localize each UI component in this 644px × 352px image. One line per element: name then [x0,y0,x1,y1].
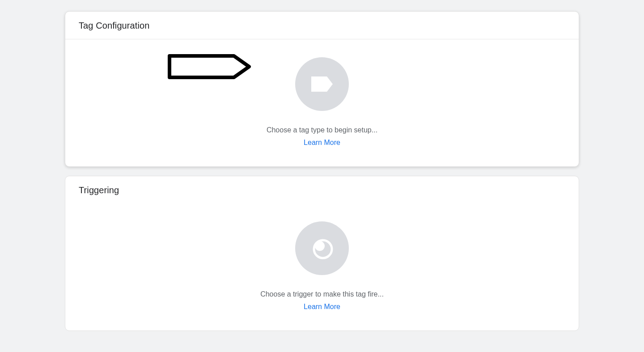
tag-icon [310,76,334,93]
tag-configuration-card[interactable]: Tag Configuration Choose a tag type to b… [65,11,579,167]
trigger-placeholder-disc [295,221,349,275]
triggering-title: Triggering [65,176,579,204]
tag-configuration-title: Tag Configuration [65,12,579,39]
triggering-empty-area: Choose a trigger to make this tag fire..… [65,204,579,331]
svg-point-1 [315,241,325,251]
tag-config-learn-more-link[interactable]: Learn More [304,139,340,147]
tag-outline-icon [167,54,252,79]
tag-configuration-empty-area: Choose a tag type to begin setup... Lear… [65,39,579,166]
triggering-learn-more-link[interactable]: Learn More [304,303,340,311]
tag-config-prompt: Choose a tag type to begin setup... [267,126,377,134]
triggering-card[interactable]: Triggering Choose a trigger to make this… [65,176,579,331]
triggering-prompt: Choose a trigger to make this tag fire..… [260,290,384,298]
tag-placeholder-disc [295,57,349,111]
trigger-icon [310,237,334,260]
